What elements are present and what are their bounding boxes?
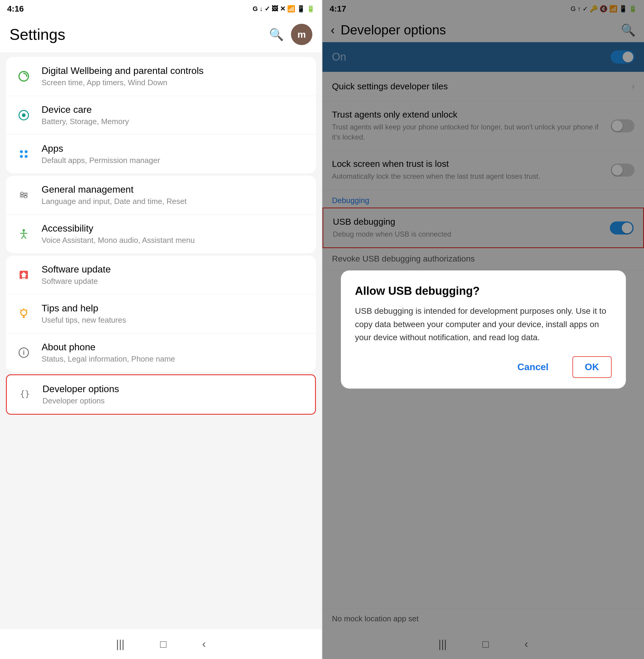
digital-wellbeing-title: Digital Wellbeing and parental controls xyxy=(42,65,307,76)
accessibility-icon xyxy=(14,225,33,243)
status-icons-left: G ↓ ✓ 🖼 ✕ 📶 📱 🔋 xyxy=(253,5,315,13)
dialog-overlay: Allow USB debugging? USB debugging is in… xyxy=(322,0,644,659)
digital-wellbeing-icon xyxy=(14,67,33,86)
svg-point-11 xyxy=(24,196,27,198)
signal-icon: 📱 xyxy=(297,5,305,13)
about-phone-subtitle: Status, Legal information, Phone name xyxy=(42,354,307,363)
nav-bar-left: ||| □ ‹ xyxy=(0,629,322,659)
svg-line-15 xyxy=(21,236,24,239)
developer-options-subtitle: Developer options xyxy=(43,396,307,405)
nav-home-icon[interactable]: □ xyxy=(160,638,166,651)
right-panel: 4:17 G ↑ ✓ 🔑 🔇 📶 📱 🔋 ‹ Developer options… xyxy=(322,0,644,659)
svg-point-19 xyxy=(21,310,27,315)
digital-wellbeing-text: Digital Wellbeing and parental controls … xyxy=(42,65,307,87)
apps-subtitle: Default apps, Permission manager xyxy=(42,156,307,165)
card-top: Digital Wellbeing and parental controls … xyxy=(6,57,316,173)
software-update-title: Software update xyxy=(42,264,307,275)
svg-text:i: i xyxy=(23,349,25,356)
tips-icon xyxy=(14,304,33,323)
status-time-left: 4:16 xyxy=(7,4,24,14)
dialog-title: Allow USB debugging? xyxy=(355,285,612,298)
device-care-title: Device care xyxy=(42,104,307,115)
vpn-icon: ✓ xyxy=(264,5,270,13)
svg-point-10 xyxy=(21,192,23,194)
nav-back-icon[interactable]: ‹ xyxy=(202,638,206,651)
avatar[interactable]: m xyxy=(291,24,312,45)
close-icon: ✕ xyxy=(280,5,285,13)
about-phone-icon: i xyxy=(14,343,33,362)
general-management-icon xyxy=(14,186,33,205)
nav-menu-icon[interactable]: ||| xyxy=(116,638,124,651)
svg-point-4 xyxy=(25,150,28,153)
apps-title: Apps xyxy=(42,143,307,154)
about-phone-title: About phone xyxy=(42,342,307,353)
device-care-icon xyxy=(14,106,33,125)
left-header: Settings 🔍 m xyxy=(0,18,322,52)
download-icon: ↓ xyxy=(259,5,263,13)
search-icon[interactable]: 🔍 xyxy=(269,28,284,42)
svg-line-24 xyxy=(26,310,27,310)
header-icons: 🔍 m xyxy=(269,24,312,45)
about-phone-text: About phone Status, Legal information, P… xyxy=(42,342,307,363)
accessibility-text: Accessibility Voice Assistant, Mono audi… xyxy=(42,223,307,245)
sidebar-item-digital-wellbeing[interactable]: Digital Wellbeing and parental controls … xyxy=(6,57,316,96)
settings-list: Digital Wellbeing and parental controls … xyxy=(0,52,322,629)
general-management-subtitle: Language and input, Date and time, Reset xyxy=(42,197,307,206)
svg-point-12 xyxy=(23,229,25,232)
sidebar-item-developer-options[interactable]: {} Developer options Developer options xyxy=(7,375,315,414)
left-panel: 4:16 G ↓ ✓ 🖼 ✕ 📶 📱 🔋 Settings 🔍 m xyxy=(0,0,322,659)
svg-text:{}: {} xyxy=(20,389,30,399)
status-bar-left: 4:16 G ↓ ✓ 🖼 ✕ 📶 📱 🔋 xyxy=(0,0,322,18)
digital-wellbeing-subtitle: Screen time, App timers, Wind Down xyxy=(42,78,307,87)
dialog-buttons: Cancel OK xyxy=(355,356,612,378)
ok-button[interactable]: OK xyxy=(572,356,612,378)
network-icon: G xyxy=(253,5,258,13)
svg-point-2 xyxy=(22,113,25,117)
card-bottom: Software update Software update xyxy=(6,256,316,372)
tips-title: Tips and help xyxy=(42,303,307,314)
sidebar-item-about-phone[interactable]: i About phone Status, Legal information,… xyxy=(6,333,316,372)
sidebar-item-apps[interactable]: Apps Default apps, Permission manager xyxy=(6,135,316,173)
apps-text: Apps Default apps, Permission manager xyxy=(42,143,307,165)
accessibility-subtitle: Voice Assistant, Mono audio, Assistant m… xyxy=(42,236,307,245)
cancel-button[interactable]: Cancel xyxy=(506,356,560,378)
developer-options-title: Developer options xyxy=(43,383,307,395)
software-update-icon xyxy=(14,265,33,284)
software-update-text: Software update Software update xyxy=(42,264,307,286)
device-care-text: Device care Battery, Storage, Memory xyxy=(42,104,307,126)
wifi-icon: 📶 xyxy=(287,5,295,13)
dialog-body: USB debugging is intended for developmen… xyxy=(355,305,612,344)
svg-line-23 xyxy=(20,310,21,310)
sidebar-item-general-management[interactable]: General management Language and input, D… xyxy=(6,176,316,215)
developer-options-icon: {} xyxy=(15,385,34,404)
svg-point-5 xyxy=(20,155,23,158)
accessibility-title: Accessibility xyxy=(42,223,307,234)
general-management-title: General management xyxy=(42,184,307,195)
svg-point-6 xyxy=(25,155,28,158)
usb-debug-dialog: Allow USB debugging? USB debugging is in… xyxy=(341,270,626,389)
sidebar-item-software-update[interactable]: Software update Software update xyxy=(6,256,316,295)
sidebar-item-device-care[interactable]: Device care Battery, Storage, Memory xyxy=(6,96,316,135)
tips-subtitle: Useful tips, new features xyxy=(42,315,307,325)
device-care-subtitle: Battery, Storage, Memory xyxy=(42,117,307,126)
tips-text: Tips and help Useful tips, new features xyxy=(42,303,307,325)
image-icon: 🖼 xyxy=(272,5,278,13)
sidebar-item-tips[interactable]: Tips and help Useful tips, new features xyxy=(6,295,316,333)
apps-icon xyxy=(14,145,33,164)
sidebar-item-accessibility[interactable]: Accessibility Voice Assistant, Mono audi… xyxy=(6,215,316,253)
general-management-text: General management Language and input, D… xyxy=(42,184,307,206)
card-management: General management Language and input, D… xyxy=(6,176,316,253)
developer-options-text: Developer options Developer options xyxy=(43,383,307,405)
svg-point-3 xyxy=(20,150,23,153)
svg-line-16 xyxy=(24,236,26,239)
settings-title: Settings xyxy=(9,26,65,43)
battery-icon: 🔋 xyxy=(307,5,315,13)
developer-options-card[interactable]: {} Developer options Developer options xyxy=(6,374,316,415)
software-update-subtitle: Software update xyxy=(42,277,307,286)
